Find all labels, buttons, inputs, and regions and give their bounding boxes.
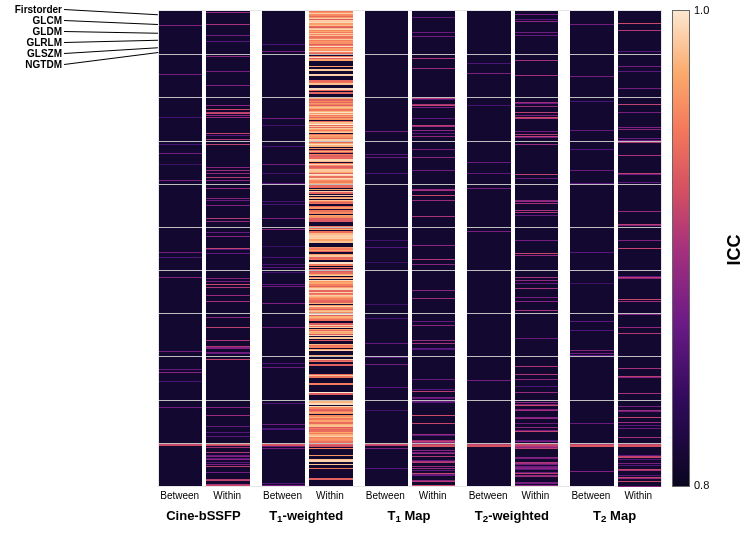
heatmap-figure: FirstorderGLCMGLDMGLRLMGLSZMNGTDM Origin… [0, 0, 750, 540]
x-group-label: T2 Map [593, 508, 636, 524]
colorbar-tick: 1.0 [694, 4, 709, 16]
leader-line [64, 9, 158, 15]
feature-class-legend: FirstorderGLCMGLDMGLRLMGLSZMNGTDM [4, 4, 62, 70]
colorbar-title: ICC [724, 235, 745, 266]
x-tick-between: Between [160, 490, 199, 501]
x-tick-within: Within [316, 490, 344, 501]
x-group-label: T1 Map [387, 508, 430, 524]
feature-class-firstorder: Firstorder [4, 4, 62, 15]
feature-class-glszm: GLSZM [4, 48, 62, 59]
feature-class-ngtdm: NGTDM [4, 59, 62, 70]
x-group-label: T2-weighted [475, 508, 549, 524]
x-group-label: Cine-bSSFP [166, 508, 240, 523]
colorbar-tick: 0.8 [694, 479, 709, 491]
x-tick-between: Between [366, 490, 405, 501]
x-group-label: T1-weighted [269, 508, 343, 524]
x-tick-within: Within [522, 490, 550, 501]
leader-line [64, 20, 158, 25]
leader-line [64, 52, 158, 65]
leader-line [64, 40, 158, 43]
colorbar [672, 10, 690, 487]
x-tick-within: Within [213, 490, 241, 501]
heatmap-grid [158, 10, 662, 487]
feature-class-gldm: GLDM [4, 26, 62, 37]
feature-class-glrlm: GLRLM [4, 37, 62, 48]
x-tick-within: Within [419, 490, 447, 501]
x-tick-between: Between [469, 490, 508, 501]
leader-line [64, 31, 158, 33]
x-tick-between: Between [263, 490, 302, 501]
feature-class-glcm: GLCM [4, 15, 62, 26]
x-tick-between: Between [571, 490, 610, 501]
x-tick-within: Within [624, 490, 652, 501]
